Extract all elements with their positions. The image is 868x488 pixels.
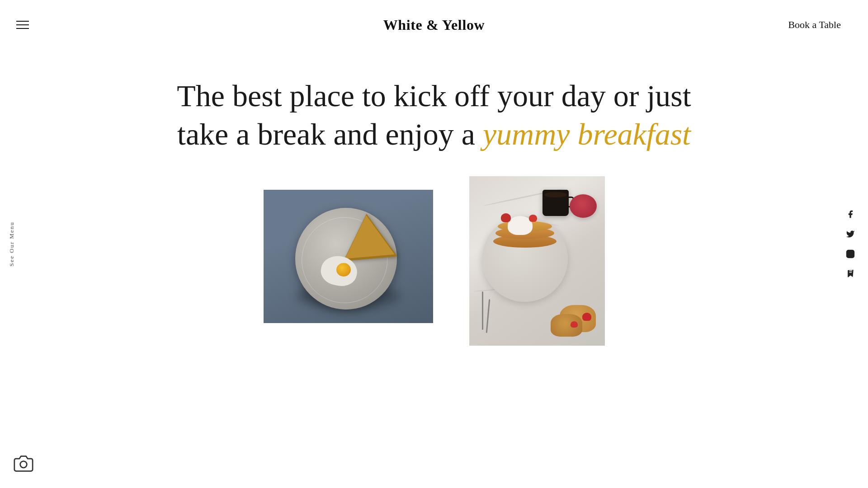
hero-text-accent: yummy breakfast: [483, 117, 691, 151]
strawberry-bottom-2: [571, 321, 578, 328]
facebook-icon[interactable]: [845, 209, 855, 219]
food-image-left: [264, 190, 433, 323]
jam-pot: [570, 194, 597, 218]
svg-point-2: [20, 461, 27, 468]
site-title: White & Yellow: [383, 17, 485, 33]
strawberry-bottom-1: [582, 313, 591, 321]
strawberry-2: [529, 215, 537, 222]
camera-icon-button[interactable]: [13, 453, 34, 474]
coffee-surface: [544, 192, 567, 197]
menu-bar-1: [16, 21, 29, 22]
coffee-mug: [542, 190, 569, 216]
book-table-link[interactable]: Book a Table: [788, 19, 841, 31]
social-icons: [845, 209, 855, 279]
camera-icon: [14, 454, 33, 474]
foursquare-icon[interactable]: [845, 269, 855, 279]
hamburger-menu[interactable]: [16, 21, 29, 29]
menu-bar-2: [16, 24, 29, 25]
images-section: [0, 176, 868, 346]
strawberry-1: [501, 213, 511, 222]
twitter-icon[interactable]: [845, 229, 855, 239]
hero-text-line1: The best place to kick off your day or j…: [177, 79, 691, 113]
see-menu-link[interactable]: See Our Menu: [8, 221, 15, 266]
hero-headline: The best place to kick off your day or j…: [90, 77, 778, 154]
hero-text-line2: take a break and enjoy a: [177, 117, 475, 151]
hero-section: The best place to kick off your day or j…: [0, 50, 868, 176]
instagram-icon[interactable]: [845, 249, 855, 259]
menu-bar-3: [16, 28, 29, 29]
fork-left: [482, 291, 483, 330]
egg-yolk: [336, 263, 351, 277]
food-image-right: [469, 176, 605, 346]
main-content: The best place to kick off your day or j…: [0, 0, 868, 488]
header: White & Yellow Book a Table: [0, 0, 868, 50]
toast-overlay: [341, 213, 395, 258]
